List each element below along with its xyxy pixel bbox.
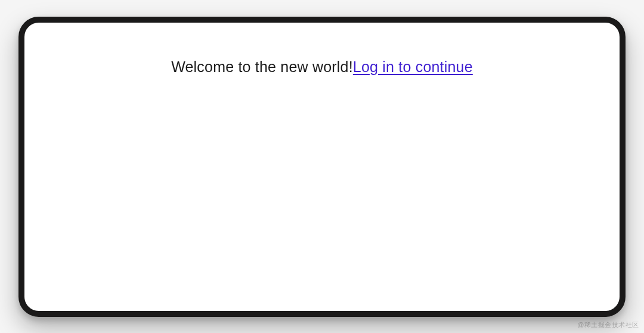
content-area: Welcome to the new world!Log in to conti…: [24, 23, 620, 77]
watermark-text: @稀土掘金技术社区: [577, 320, 639, 329]
welcome-line: Welcome to the new world!Log in to conti…: [24, 57, 620, 77]
login-link[interactable]: Log in to continue: [353, 58, 473, 75]
device-frame: Welcome to the new world!Log in to conti…: [18, 17, 626, 317]
welcome-text: Welcome to the new world!: [171, 58, 353, 75]
